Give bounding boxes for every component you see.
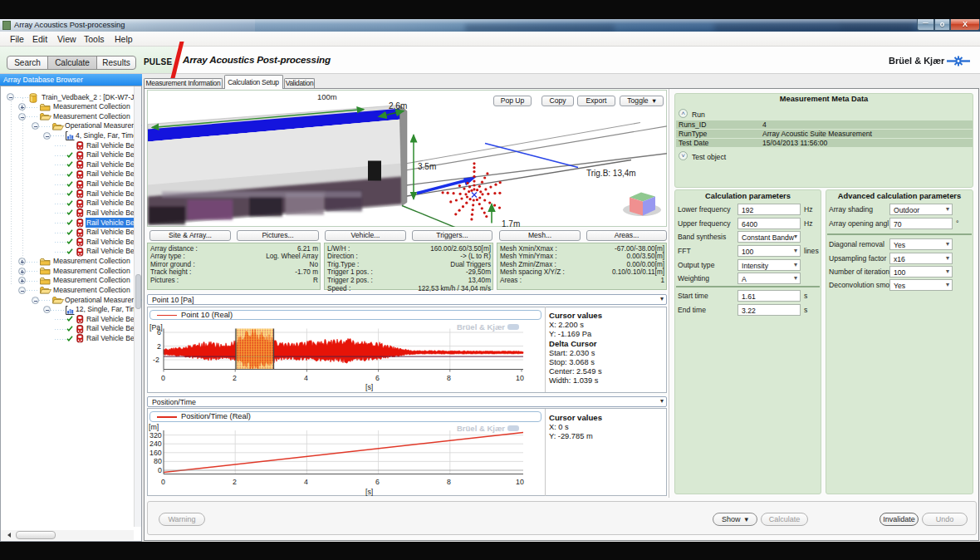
svg-text:0: 0 [161, 373, 165, 381]
svg-text:80: 80 [154, 457, 162, 465]
svg-text:0: 0 [158, 466, 162, 474]
svg-text:4: 4 [304, 478, 308, 486]
svg-text:-2: -2 [153, 356, 159, 364]
svg-text:[s]: [s] [365, 488, 373, 496]
svg-text:6: 6 [375, 478, 380, 486]
svg-text:8: 8 [447, 478, 451, 486]
svg-text:2: 2 [233, 478, 237, 486]
svg-text:0: 0 [161, 478, 165, 486]
svg-text:6: 6 [375, 373, 380, 381]
svg-text:8: 8 [447, 373, 451, 381]
svg-text:10: 10 [516, 373, 524, 381]
svg-text:2.6m: 2.6m [389, 101, 407, 110]
svg-text:Trig.B: 13,4m: Trig.B: 13,4m [586, 168, 636, 177]
svg-text:1.7m: 1.7m [502, 219, 520, 227]
svg-text:160: 160 [149, 449, 162, 457]
svg-text:3.5m: 3.5m [418, 161, 436, 170]
svg-text:320: 320 [149, 431, 162, 440]
svg-text:100m: 100m [317, 91, 337, 101]
svg-text:240: 240 [149, 440, 162, 448]
svg-text:6: 6 [157, 328, 161, 336]
svg-text:2: 2 [233, 373, 237, 381]
svg-text:[s]: [s] [365, 382, 373, 391]
svg-text:10: 10 [516, 478, 524, 486]
svg-text:4: 4 [304, 373, 308, 381]
svg-text:2: 2 [157, 341, 161, 350]
svg-text:[m]: [m] [149, 423, 159, 431]
